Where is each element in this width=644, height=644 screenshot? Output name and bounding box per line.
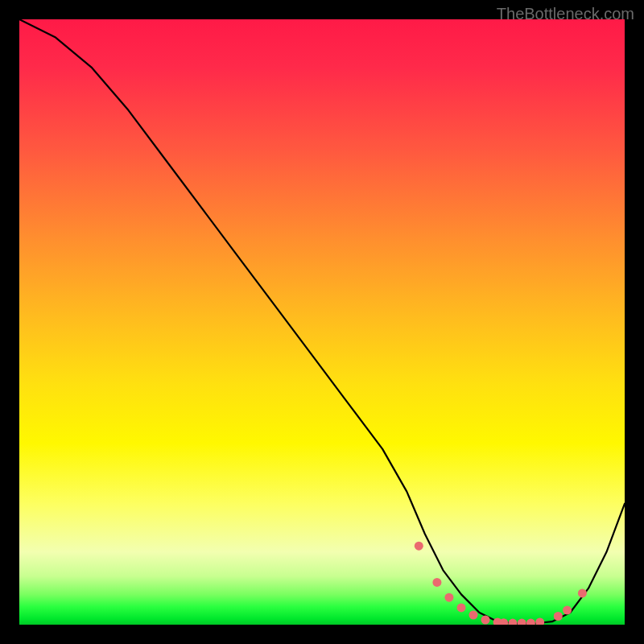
chart-svg [19,19,625,625]
chart-marker-dot [444,593,453,602]
chart-marker-dot [526,619,535,625]
chart-marker-dot [563,606,572,615]
chart-marker-dot [535,618,544,625]
watermark-text: TheBottleneck.com [497,5,634,23]
chart-marker-dot [432,578,441,587]
chart-area [19,19,625,625]
chart-marker-dot [518,619,526,625]
chart-marker-dot [415,542,423,551]
chart-markers [415,542,587,625]
chart-marker-dot [469,611,478,620]
chart-marker-dot [554,612,563,621]
chart-marker-dot [481,616,490,625]
chart-curve [19,19,625,624]
chart-marker-dot [457,603,466,612]
chart-marker-dot [578,588,587,597]
chart-marker-dot [508,619,517,625]
